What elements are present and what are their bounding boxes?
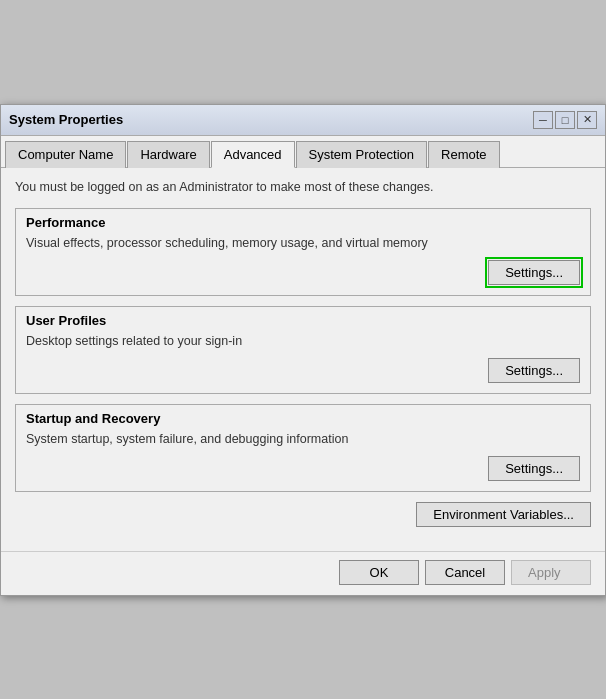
tab-content: You must be logged on as an Administrato… <box>1 168 605 551</box>
minimize-button[interactable]: ─ <box>533 111 553 129</box>
apply-button: Apply <box>511 560 591 585</box>
startup-recovery-desc: System startup, system failure, and debu… <box>26 432 580 446</box>
user-profiles-settings-button[interactable]: Settings... <box>488 358 580 383</box>
tab-computer-name[interactable]: Computer Name <box>5 141 126 168</box>
performance-section: Performance Visual effects, processor sc… <box>15 208 591 296</box>
system-properties-window: System Properties ─ □ ✕ Computer Name Ha… <box>0 104 606 596</box>
cancel-button[interactable]: Cancel <box>425 560 505 585</box>
admin-notice: You must be logged on as an Administrato… <box>15 178 591 196</box>
user-profiles-desc: Desktop settings related to your sign-in <box>26 334 580 348</box>
bottom-bar: OK Cancel Apply <box>1 551 605 595</box>
close-icon: ✕ <box>583 113 592 126</box>
tab-remote[interactable]: Remote <box>428 141 500 168</box>
window-controls: ─ □ ✕ <box>533 111 597 129</box>
env-variables-row: Environment Variables... <box>15 502 591 527</box>
title-bar: System Properties ─ □ ✕ <box>1 105 605 136</box>
tab-system-protection[interactable]: System Protection <box>296 141 428 168</box>
tab-advanced[interactable]: Advanced <box>211 141 295 168</box>
user-profiles-section: User Profiles Desktop settings related t… <box>15 306 591 394</box>
minimize-icon: ─ <box>539 114 547 126</box>
performance-title: Performance <box>26 215 580 230</box>
user-profiles-footer: Settings... <box>26 358 580 383</box>
tab-bar: Computer Name Hardware Advanced System P… <box>1 136 605 168</box>
environment-variables-button[interactable]: Environment Variables... <box>416 502 591 527</box>
window-title: System Properties <box>9 112 123 127</box>
startup-recovery-footer: Settings... <box>26 456 580 481</box>
startup-recovery-title: Startup and Recovery <box>26 411 580 426</box>
ok-button[interactable]: OK <box>339 560 419 585</box>
performance-settings-button[interactable]: Settings... <box>488 260 580 285</box>
startup-recovery-section: Startup and Recovery System startup, sys… <box>15 404 591 492</box>
performance-footer: Settings... <box>26 260 580 285</box>
performance-desc: Visual effects, processor scheduling, me… <box>26 236 580 250</box>
startup-recovery-settings-button[interactable]: Settings... <box>488 456 580 481</box>
user-profiles-title: User Profiles <box>26 313 580 328</box>
close-button[interactable]: ✕ <box>577 111 597 129</box>
maximize-icon: □ <box>562 114 569 126</box>
maximize-button[interactable]: □ <box>555 111 575 129</box>
tab-hardware[interactable]: Hardware <box>127 141 209 168</box>
